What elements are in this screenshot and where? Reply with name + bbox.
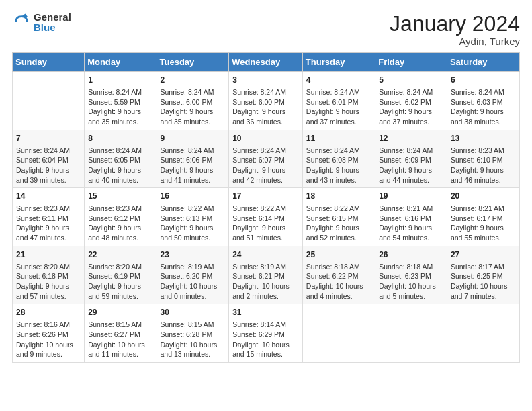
day-cell: 19Sunrise: 8:21 AMSunset: 6:16 PMDayligh… xyxy=(375,188,447,246)
day-number: 11 xyxy=(306,133,371,144)
day-info: Sunrise: 8:24 AMSunset: 6:05 PMDaylight:… xyxy=(88,146,152,185)
day-number: 23 xyxy=(161,249,226,261)
day-info: Sunrise: 8:14 AMSunset: 6:29 PMDaylight:… xyxy=(232,320,299,359)
day-cell: 15Sunrise: 8:23 AMSunset: 6:12 PMDayligh… xyxy=(85,188,157,246)
calendar-body: 1Sunrise: 8:24 AMSunset: 5:59 PMDaylight… xyxy=(13,72,520,363)
day-cell: 20Sunrise: 8:21 AMSunset: 6:17 PMDayligh… xyxy=(447,188,519,246)
day-cell xyxy=(447,304,519,363)
weekday-header-tuesday: Tuesday xyxy=(157,53,229,72)
day-number: 3 xyxy=(232,75,299,86)
calendar-page: General Blue January 2024 Aydin, Turkey … xyxy=(0,0,532,411)
day-number: 27 xyxy=(451,249,516,261)
day-number: 10 xyxy=(232,133,299,144)
weekday-header-wednesday: Wednesday xyxy=(229,53,303,72)
day-cell: 27Sunrise: 8:17 AMSunset: 6:25 PMDayligh… xyxy=(447,246,519,304)
logo-icon xyxy=(12,13,31,32)
day-cell: 2Sunrise: 8:24 AMSunset: 6:00 PMDaylight… xyxy=(157,72,229,130)
day-number: 22 xyxy=(88,249,152,261)
day-info: Sunrise: 8:24 AMSunset: 6:00 PMDaylight:… xyxy=(232,87,299,127)
day-info: Sunrise: 8:24 AMSunset: 6:07 PMDaylight:… xyxy=(232,146,299,185)
day-cell: 10Sunrise: 8:24 AMSunset: 6:07 PMDayligh… xyxy=(229,130,303,188)
day-cell: 3Sunrise: 8:24 AMSunset: 6:00 PMDaylight… xyxy=(229,72,303,130)
day-number: 28 xyxy=(16,307,81,318)
day-info: Sunrise: 8:24 AMSunset: 6:04 PMDaylight:… xyxy=(16,146,81,185)
day-cell: 12Sunrise: 8:24 AMSunset: 6:09 PMDayligh… xyxy=(375,130,447,188)
day-info: Sunrise: 8:21 AMSunset: 6:16 PMDaylight:… xyxy=(379,203,443,243)
day-number: 25 xyxy=(306,249,371,261)
logo-blue-text: Blue xyxy=(34,22,71,32)
week-row-5: 28Sunrise: 8:16 AMSunset: 6:26 PMDayligh… xyxy=(13,304,520,363)
day-cell: 17Sunrise: 8:22 AMSunset: 6:14 PMDayligh… xyxy=(229,188,303,246)
day-info: Sunrise: 8:15 AMSunset: 6:28 PMDaylight:… xyxy=(161,320,226,359)
day-number: 14 xyxy=(16,191,81,202)
day-info: Sunrise: 8:20 AMSunset: 6:19 PMDaylight:… xyxy=(88,262,152,302)
week-row-1: 1Sunrise: 8:24 AMSunset: 5:59 PMDaylight… xyxy=(13,72,520,130)
day-number: 13 xyxy=(451,133,516,144)
weekday-header-saturday: Saturday xyxy=(447,53,519,72)
day-cell: 29Sunrise: 8:15 AMSunset: 6:27 PMDayligh… xyxy=(85,304,157,363)
day-cell: 24Sunrise: 8:19 AMSunset: 6:21 PMDayligh… xyxy=(229,246,303,304)
day-number: 16 xyxy=(161,191,226,202)
week-row-2: 7Sunrise: 8:24 AMSunset: 6:04 PMDaylight… xyxy=(13,130,520,188)
day-info: Sunrise: 8:22 AMSunset: 6:13 PMDaylight:… xyxy=(161,203,226,243)
day-number: 24 xyxy=(232,249,299,261)
day-cell: 16Sunrise: 8:22 AMSunset: 6:13 PMDayligh… xyxy=(157,188,229,246)
day-cell xyxy=(375,304,447,363)
day-info: Sunrise: 8:24 AMSunset: 6:02 PMDaylight:… xyxy=(379,87,443,127)
weekday-header-friday: Friday xyxy=(375,53,447,72)
day-cell: 14Sunrise: 8:23 AMSunset: 6:11 PMDayligh… xyxy=(13,188,85,246)
day-info: Sunrise: 8:24 AMSunset: 6:09 PMDaylight:… xyxy=(379,146,443,185)
day-cell: 22Sunrise: 8:20 AMSunset: 6:19 PMDayligh… xyxy=(85,246,157,304)
day-cell: 23Sunrise: 8:19 AMSunset: 6:20 PMDayligh… xyxy=(157,246,229,304)
day-number: 9 xyxy=(161,133,226,144)
day-cell: 21Sunrise: 8:20 AMSunset: 6:18 PMDayligh… xyxy=(13,246,85,304)
day-info: Sunrise: 8:19 AMSunset: 6:20 PMDaylight:… xyxy=(161,262,226,302)
day-cell: 4Sunrise: 8:24 AMSunset: 6:01 PMDaylight… xyxy=(302,72,375,130)
logo: General Blue xyxy=(12,12,71,32)
day-info: Sunrise: 8:18 AMSunset: 6:22 PMDaylight:… xyxy=(306,262,371,302)
day-info: Sunrise: 8:20 AMSunset: 6:18 PMDaylight:… xyxy=(16,262,81,302)
day-number: 21 xyxy=(16,249,81,261)
day-cell: 9Sunrise: 8:24 AMSunset: 6:06 PMDaylight… xyxy=(157,130,229,188)
day-cell: 5Sunrise: 8:24 AMSunset: 6:02 PMDaylight… xyxy=(375,72,447,130)
page-header: General Blue January 2024 Aydin, Turkey xyxy=(12,12,520,47)
day-info: Sunrise: 8:24 AMSunset: 6:06 PMDaylight:… xyxy=(161,146,226,185)
weekday-header-monday: Monday xyxy=(85,53,157,72)
logo-text: General Blue xyxy=(34,12,71,32)
day-number: 17 xyxy=(232,191,299,202)
day-info: Sunrise: 8:23 AMSunset: 6:12 PMDaylight:… xyxy=(88,203,152,243)
day-number: 30 xyxy=(161,307,226,318)
day-number: 6 xyxy=(451,75,516,86)
day-number: 20 xyxy=(451,191,516,202)
day-info: Sunrise: 8:24 AMSunset: 5:59 PMDaylight:… xyxy=(88,87,152,127)
day-info: Sunrise: 8:24 AMSunset: 6:08 PMDaylight:… xyxy=(306,146,371,185)
day-cell: 28Sunrise: 8:16 AMSunset: 6:26 PMDayligh… xyxy=(13,304,85,363)
week-row-3: 14Sunrise: 8:23 AMSunset: 6:11 PMDayligh… xyxy=(13,188,520,246)
day-info: Sunrise: 8:21 AMSunset: 6:17 PMDaylight:… xyxy=(451,203,516,243)
day-number: 31 xyxy=(232,307,299,318)
location: Aydin, Turkey xyxy=(390,36,520,47)
day-info: Sunrise: 8:24 AMSunset: 6:00 PMDaylight:… xyxy=(161,87,226,127)
day-number: 12 xyxy=(379,133,443,144)
calendar-table: SundayMondayTuesdayWednesdayThursdayFrid… xyxy=(12,52,520,363)
day-number: 5 xyxy=(379,75,443,86)
day-info: Sunrise: 8:19 AMSunset: 6:21 PMDaylight:… xyxy=(232,262,299,302)
day-number: 26 xyxy=(379,249,443,261)
day-info: Sunrise: 8:17 AMSunset: 6:25 PMDaylight:… xyxy=(451,262,516,302)
weekday-header-thursday: Thursday xyxy=(302,53,375,72)
weekday-header-sunday: Sunday xyxy=(13,53,85,72)
day-number: 7 xyxy=(16,133,81,144)
day-cell: 26Sunrise: 8:18 AMSunset: 6:23 PMDayligh… xyxy=(375,246,447,304)
day-number: 8 xyxy=(88,133,152,144)
title-block: January 2024 Aydin, Turkey xyxy=(390,12,520,47)
day-cell: 1Sunrise: 8:24 AMSunset: 5:59 PMDaylight… xyxy=(85,72,157,130)
day-number: 15 xyxy=(88,191,152,202)
day-info: Sunrise: 8:23 AMSunset: 6:10 PMDaylight:… xyxy=(451,146,516,185)
day-cell: 18Sunrise: 8:22 AMSunset: 6:15 PMDayligh… xyxy=(302,188,375,246)
day-cell: 11Sunrise: 8:24 AMSunset: 6:08 PMDayligh… xyxy=(302,130,375,188)
week-row-4: 21Sunrise: 8:20 AMSunset: 6:18 PMDayligh… xyxy=(13,246,520,304)
day-number: 18 xyxy=(306,191,371,202)
month-title: January 2024 xyxy=(390,12,520,36)
day-info: Sunrise: 8:24 AMSunset: 6:01 PMDaylight:… xyxy=(306,87,371,127)
logo-general-text: General xyxy=(34,12,71,22)
